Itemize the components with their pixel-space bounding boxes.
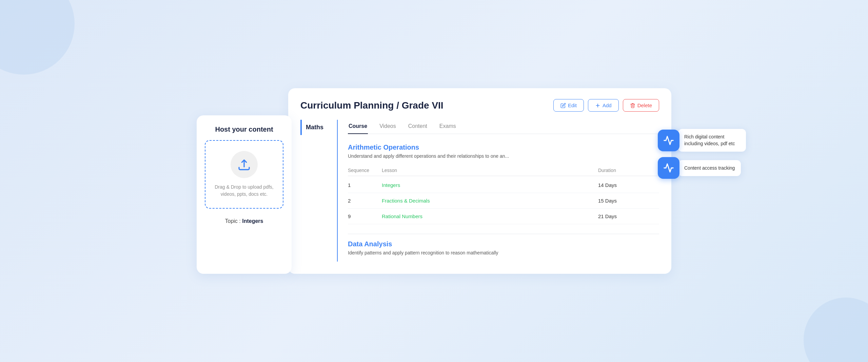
lesson-duration-3: 21 Days	[598, 213, 659, 219]
feature-card-1: Rich digital content including videos, p…	[658, 129, 746, 152]
page-header: Curriculum Planning / Grade VII Edit Add	[300, 99, 659, 112]
tab-content[interactable]: Content	[408, 120, 428, 134]
lesson-duration-1: 14 Days	[598, 182, 659, 188]
table-header: Sequence Lesson Duration	[348, 165, 659, 176]
feature-tooltip-2: Content access tracking	[678, 160, 741, 176]
section-data-title: Data Analysis	[348, 240, 659, 248]
lesson-name-1[interactable]: Integers	[382, 182, 598, 188]
analytics-icon-1	[663, 135, 674, 146]
col-lesson: Lesson	[382, 168, 598, 173]
feature-card-2: Content access tracking	[658, 157, 746, 179]
section-arithmetic-desc: Understand and apply different operation…	[348, 153, 659, 159]
add-button[interactable]: Add	[588, 99, 619, 112]
analytics-icon-2	[663, 163, 674, 173]
edit-icon	[560, 103, 566, 108]
col-sequence: Sequence	[348, 168, 382, 173]
trash-icon	[630, 103, 635, 108]
subject-item-maths[interactable]: Maths	[300, 120, 337, 135]
course-content: Course Videos Content Exams Arithmetic O…	[348, 120, 659, 262]
topic-value: Integers	[242, 218, 263, 224]
feature-icon-btn-2[interactable]	[658, 157, 679, 179]
section-divider	[348, 234, 659, 234]
tab-videos[interactable]: Videos	[379, 120, 397, 134]
edit-button[interactable]: Edit	[553, 99, 584, 112]
page-title: Curriculum Planning / Grade VII	[300, 100, 443, 111]
col-duration: Duration	[598, 168, 659, 173]
table-row: 1 Integers 14 Days	[348, 177, 659, 193]
lesson-seq-2: 2	[348, 198, 382, 204]
tab-exams[interactable]: Exams	[439, 120, 457, 134]
lesson-duration-2: 15 Days	[598, 198, 659, 204]
subject-sidebar: Maths	[300, 120, 338, 262]
delete-button[interactable]: Delete	[623, 99, 659, 112]
upload-description: Drag & Drop to upload pdfs, videos, ppts…	[212, 184, 276, 198]
header-actions: Edit Add Delete	[553, 99, 659, 112]
plus-icon	[595, 103, 600, 108]
content-layout: Maths Course Videos Content	[300, 120, 659, 262]
feature-tooltip-1: Rich digital content including videos, p…	[678, 129, 746, 152]
upload-dropzone[interactable]: Drag & Drop to upload pdfs, videos, ppts…	[205, 140, 283, 209]
table-row: 2 Fractions & Decimals 15 Days	[348, 193, 659, 209]
tab-course[interactable]: Course	[348, 120, 368, 134]
upload-icon-circle	[231, 151, 258, 178]
main-card: Rich digital content including videos, p…	[288, 88, 671, 274]
section-arithmetic: Arithmetic Operations Understand and app…	[348, 144, 659, 224]
tab-navigation: Course Videos Content Exams	[348, 120, 659, 134]
section-arithmetic-title: Arithmetic Operations	[348, 144, 659, 151]
section-data-analysis: Data Analysis Identify patterns and appl…	[348, 240, 659, 255]
section-data-desc: Identify patterns and apply pattern reco…	[348, 250, 659, 255]
table-row: 9 Rational Numbers 21 Days	[348, 209, 659, 224]
topic-label: Topic : Integers	[225, 218, 263, 224]
lesson-name-3[interactable]: Rational Numbers	[382, 213, 598, 219]
lesson-name-2[interactable]: Fractions & Decimals	[382, 198, 598, 204]
feature-cards-container: Rich digital content including videos, p…	[658, 129, 746, 179]
upload-panel: Host your content Drag & Drop to upload …	[197, 115, 292, 274]
upload-panel-title: Host your content	[215, 126, 273, 133]
upload-icon	[237, 158, 251, 171]
lesson-seq-1: 1	[348, 182, 382, 188]
feature-icon-btn-1[interactable]	[658, 130, 679, 151]
lessons-table: Sequence Lesson Duration 1 Integers 14 D…	[348, 165, 659, 224]
lesson-seq-3: 9	[348, 213, 382, 219]
